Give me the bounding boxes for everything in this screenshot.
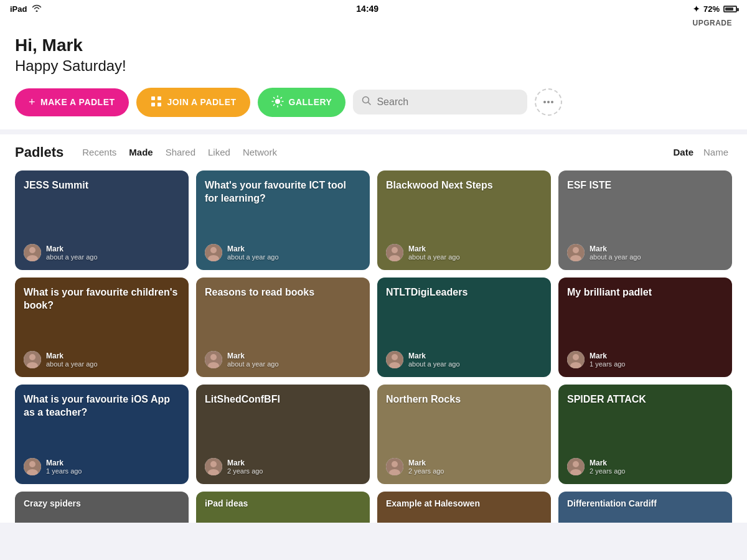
padlet-meta: Mark about a year ago (408, 352, 460, 368)
padlet-card[interactable]: What is your favourite children's book? … (15, 278, 189, 377)
padlet-card[interactable]: What's your favourite ICT tool for learn… (196, 170, 370, 270)
padlet-footer: Mark about a year ago (567, 244, 723, 261)
padlet-title: My brilliant padlet (567, 286, 723, 299)
padlet-title-partial: iPad ideas (205, 498, 248, 509)
padlet-footer: Mark 2 years ago (567, 458, 723, 475)
padlet-time: about a year ago (227, 360, 279, 368)
svg-point-25 (392, 354, 398, 360)
svg-point-16 (573, 247, 579, 253)
padlet-title: What's your favourite ICT tool for learn… (205, 179, 361, 205)
padlet-card[interactable]: LitShedConfBFI Mark 2 years ago (196, 385, 370, 484)
device-label: iPad (10, 4, 27, 14)
padlet-footer: Mark about a year ago (205, 244, 361, 261)
padlets-grid: JESS Summit Mark about a year ago What's… (15, 170, 732, 492)
padlet-time: about a year ago (46, 360, 98, 368)
tab-network[interactable]: Network (237, 144, 283, 160)
svg-point-34 (210, 461, 217, 467)
padlet-card-partial[interactable]: Differentiation Cardiff (558, 492, 732, 523)
padlet-card[interactable]: Reasons to read books Mark about a year … (196, 278, 370, 377)
padlet-title: JESS Summit (24, 179, 180, 192)
status-right: ✦ 72% (693, 4, 737, 14)
avatar (567, 351, 585, 368)
svg-point-22 (210, 354, 217, 360)
padlet-title: Northern Rocks (386, 393, 542, 406)
padlet-card[interactable]: NTLTDigiLeaders Mark about a year ago (377, 278, 551, 377)
greeting-sub: Happy Saturday! (15, 56, 732, 75)
make-padlet-label: MAKE A PADLET (40, 97, 115, 107)
padlet-author: Mark (590, 352, 625, 360)
padlet-card[interactable]: Northern Rocks Mark 2 years ago (377, 385, 551, 484)
battery-icon (723, 6, 737, 12)
padlets-section: Padlets Recents Made Shared Liked Networ… (0, 134, 747, 523)
padlet-meta: Mark about a year ago (227, 245, 279, 261)
tab-shared[interactable]: Shared (159, 144, 202, 160)
padlet-footer: Mark about a year ago (24, 244, 180, 261)
gallery-label: GALLERY (289, 97, 332, 107)
avatar (386, 458, 403, 475)
search-input[interactable] (377, 96, 519, 108)
padlet-card-partial[interactable]: iPad ideas (196, 492, 370, 523)
plus-icon: + (29, 96, 35, 109)
sort-by-date-button[interactable]: Date (669, 144, 697, 160)
padlet-card[interactable]: ESF ISTE Mark about a year ago (558, 170, 732, 270)
padlet-card[interactable]: JESS Summit Mark about a year ago (15, 170, 189, 270)
padlet-meta: Mark 1 years ago (46, 459, 82, 475)
padlet-footer: Mark 2 years ago (205, 458, 361, 475)
tab-recents[interactable]: Recents (76, 144, 123, 160)
sort-by-name-button[interactable]: Name (700, 144, 732, 160)
bluetooth-icon: ✦ (693, 4, 700, 14)
avatar (205, 458, 222, 475)
status-time: 14:49 (356, 4, 378, 14)
svg-rect-2 (151, 103, 155, 106)
padlet-footer: Mark about a year ago (24, 351, 180, 368)
padlet-title-partial: Example at Halesowen (386, 498, 480, 509)
upgrade-button[interactable]: UPGRADE (692, 19, 732, 27)
tabs-row: Padlets Recents Made Shared Liked Networ… (15, 144, 732, 161)
action-row: + MAKE A PADLET JOIN A PADLET GA (15, 88, 732, 117)
join-padlet-button[interactable]: JOIN A PADLET (136, 88, 250, 117)
search-bar[interactable] (353, 90, 527, 114)
padlet-time: about a year ago (408, 253, 460, 261)
upgrade-bar: UPGRADE (0, 17, 747, 27)
padlet-footer: Mark about a year ago (386, 351, 542, 368)
more-options-button[interactable] (535, 88, 562, 116)
dots-icon (543, 101, 553, 103)
search-icon (362, 96, 372, 108)
top-section: Hi, Mark Happy Saturday! + MAKE A PADLET… (0, 27, 747, 129)
svg-rect-3 (157, 103, 161, 106)
padlet-card-partial[interactable]: Example at Halesowen (377, 492, 551, 523)
avatar (386, 351, 403, 368)
svg-point-4 (275, 99, 280, 104)
padlet-time: about a year ago (46, 253, 98, 261)
padlet-meta: Mark about a year ago (46, 245, 98, 261)
padlet-time: 1 years ago (590, 360, 625, 368)
avatar (205, 244, 222, 261)
padlet-author: Mark (408, 245, 460, 253)
greeting: Hi, Mark Happy Saturday! (15, 35, 732, 75)
padlet-title: NTLTDigiLeaders (386, 286, 542, 299)
tab-made[interactable]: Made (123, 144, 159, 160)
padlet-footer: Mark about a year ago (386, 244, 542, 261)
avatar (24, 244, 41, 261)
padlet-author: Mark (227, 245, 279, 253)
padlet-card[interactable]: SPIDER ATTACK Mark 2 years ago (558, 385, 732, 484)
padlet-time: about a year ago (590, 253, 641, 261)
padlet-time: about a year ago (408, 360, 460, 368)
padlet-author: Mark (590, 459, 625, 467)
padlet-card-partial[interactable]: Crazy spiders (15, 492, 189, 523)
padlet-card[interactable]: Blackwood Next Steps Mark about a year a… (377, 170, 551, 270)
svg-rect-1 (157, 96, 161, 100)
padlet-footer: Mark 1 years ago (24, 458, 180, 475)
tab-liked[interactable]: Liked (202, 144, 237, 160)
padlet-meta: Mark 1 years ago (590, 352, 625, 368)
padlet-card[interactable]: What is your favourite iOS App as a teac… (15, 385, 189, 484)
wifi-icon (32, 4, 42, 14)
padlet-meta: Mark about a year ago (227, 352, 279, 368)
gallery-button[interactable]: GALLERY (258, 88, 346, 117)
avatar (386, 244, 403, 261)
make-padlet-button[interactable]: + MAKE A PADLET (15, 88, 129, 116)
padlet-title: What is your favourite children's book? (24, 286, 180, 312)
greeting-hi: Hi, Mark (15, 35, 732, 56)
padlet-title: SPIDER ATTACK (567, 393, 723, 406)
padlet-card[interactable]: My brilliant padlet Mark 1 years ago (558, 278, 732, 377)
